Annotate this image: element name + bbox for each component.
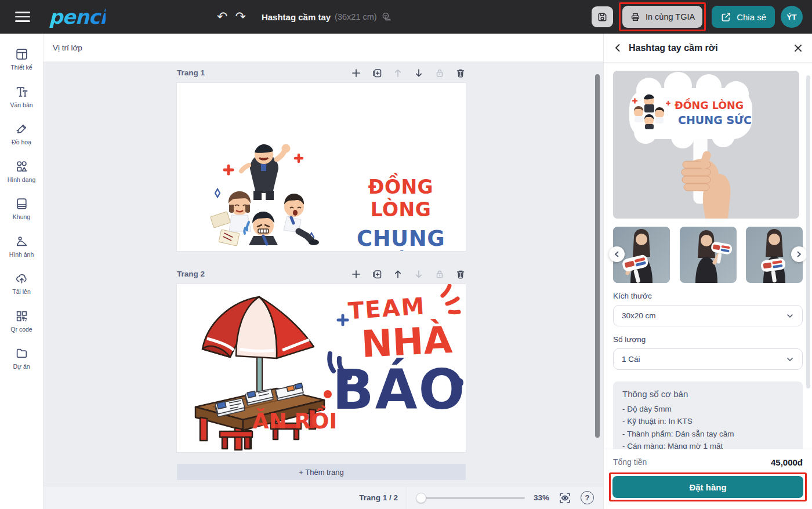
penci-logo: penci <box>49 5 106 28</box>
annotation-box-print: In cùng TGIA <box>619 2 706 31</box>
page-block-1: Trang 1 <box>177 65 466 251</box>
page-block-2: Trang 2 <box>177 266 466 452</box>
page-1-toolbar <box>351 68 466 78</box>
slogan-accents <box>322 284 466 452</box>
quantity-select[interactable]: 1 Cái <box>613 348 803 370</box>
product-title: Hashtag tay cầm rời <box>629 43 718 53</box>
duplicate-page-icon[interactable] <box>372 68 382 78</box>
spec-line: - Độ dày 5mm <box>622 403 793 415</box>
spec-line: - Kỹ thuật in: In KTS <box>622 415 793 427</box>
undo-icon[interactable]: ↶ <box>217 10 227 23</box>
teamwork-illustration <box>207 140 343 247</box>
menu-icon[interactable] <box>15 12 30 22</box>
zoom-slider-track[interactable] <box>416 497 525 499</box>
zoom-slider[interactable] <box>416 493 525 503</box>
penci-editor-app: penci ↶ ↷ Hashtag cầm tay (36x21 cm) In … <box>0 0 812 509</box>
save-button[interactable] <box>592 6 613 27</box>
delete-page-icon[interactable] <box>455 68 466 78</box>
move-page-up-icon[interactable] <box>393 269 403 279</box>
topbar-center: ↶ ↷ Hashtag cầm tay (36x21 cm) <box>217 10 392 23</box>
move-page-up-icon[interactable] <box>393 68 403 78</box>
design-page-2[interactable]: TEAM NHÀ BÁO ĂN RỒI <box>177 284 466 452</box>
design-page-1[interactable]: ĐỒNG LÒNG CHUNG SỨC <box>177 83 466 251</box>
quantity-label: Số lượng <box>613 335 803 344</box>
hand-sign-preview-image: ĐỒNG LÒNG CHUNG SỨC <box>613 71 799 219</box>
sidebar-item-uploads[interactable]: Tải lên <box>0 265 43 303</box>
quantity-select-value: 1 Cái <box>622 355 640 363</box>
total-label: Tổng tiền <box>613 457 647 467</box>
product-panel-header: Hashtag tay cầm rời <box>604 34 812 63</box>
qr-code-icon <box>15 310 28 323</box>
close-icon[interactable] <box>793 43 803 53</box>
sidebar-item-projects[interactable]: Dự án <box>0 340 43 377</box>
back-chevron-icon[interactable] <box>613 43 623 53</box>
topbar: penci ↶ ↷ Hashtag cầm tay (36x21 cm) In … <box>0 0 812 34</box>
page-indicator: Trang 1 / 2 <box>359 493 398 502</box>
order-button[interactable]: Đặt hàng <box>612 476 803 498</box>
canvas-scrollbar[interactable] <box>595 74 600 438</box>
panel-scrollbar[interactable] <box>806 75 810 388</box>
statusbar: Trang 1 / 2 33% ? <box>44 486 603 509</box>
help-icon[interactable]: ? <box>581 491 594 504</box>
redo-icon[interactable]: ↷ <box>235 10 245 23</box>
lock-page-icon[interactable] <box>434 68 445 78</box>
move-page-down-icon[interactable] <box>414 68 424 78</box>
statusbar-divider <box>407 486 407 509</box>
upload-cloud-icon <box>15 272 28 285</box>
product-panel-body: ĐỒNG LÒNG CHUNG SỨC <box>604 63 812 459</box>
document-size: (36x21 cm) <box>335 12 377 21</box>
document-title: Hashtag cầm tay <box>262 12 331 22</box>
share-button[interactable]: Chia sẻ <box>712 6 775 28</box>
canvas-area: Trang 1 <box>44 62 603 486</box>
lock-page-icon[interactable] <box>434 269 445 279</box>
page-2-label: Trang 2 <box>177 270 205 278</box>
size-select[interactable]: 30x20 cm <box>613 305 803 326</box>
move-page-down-icon[interactable] <box>414 269 424 279</box>
page-1-label: Trang 1 <box>177 68 205 77</box>
delete-page-icon[interactable] <box>455 269 466 279</box>
product-photo-thumbnail-2[interactable] <box>680 227 737 283</box>
annotation-box-order: Đặt hàng <box>609 472 807 501</box>
ruler-icon[interactable] <box>381 12 392 23</box>
sidebar-item-design[interactable]: Thiết kế <box>0 41 43 78</box>
chevron-down-icon <box>786 312 794 320</box>
page-1-slogan: ĐỒNG LÒNG CHUNG SỨC <box>340 176 462 251</box>
slogan-line-2: CHUNG SỨC <box>340 226 462 251</box>
add-page-button[interactable]: + Thêm trang <box>177 464 466 480</box>
zoom-slider-handle[interactable] <box>416 493 426 503</box>
sidebar-item-text[interactable]: Văn bản <box>0 78 43 116</box>
sidebar-item-graphics[interactable]: Đồ hoạ <box>0 115 43 153</box>
product-panel: Hashtag tay cầm rời <box>603 34 812 509</box>
page-2-toolbar <box>351 269 466 279</box>
preview-slogan-line-2: CHUNG SỨC <box>678 113 752 126</box>
preview-eye-icon[interactable] <box>558 491 572 505</box>
add-page-icon[interactable] <box>351 68 361 78</box>
shapes-icon <box>15 160 28 173</box>
specs-box: Thông số cơ bản - Độ dày 5mm - Kỹ thuật … <box>613 381 803 459</box>
layers-header: Vị trí lớp <box>44 34 603 62</box>
sidebar-item-images[interactable]: Hình ảnh <box>0 228 43 266</box>
spec-line: - Thành phẩm: Dán sẵn tay cầm <box>622 428 793 440</box>
sidebar-item-qrcode[interactable]: Qr code <box>0 303 43 340</box>
floppy-icon <box>597 12 608 23</box>
workspace: Vị trí lớp Trang 1 <box>44 34 603 509</box>
add-page-icon[interactable] <box>351 269 361 279</box>
pen-icon <box>15 122 28 136</box>
topbar-actions: In cùng TGIA Chia sẻ ÝT <box>592 2 803 31</box>
thumbnail-carousel <box>613 227 803 283</box>
zoom-level: 33% <box>534 493 549 502</box>
image-icon <box>15 235 28 248</box>
size-select-value: 30x20 cm <box>622 311 656 320</box>
sidebar-item-frames[interactable]: Khung <box>0 190 43 228</box>
product-preview[interactable]: ĐỒNG LÒNG CHUNG SỨC <box>613 71 799 219</box>
avatar[interactable]: ÝT <box>781 6 803 28</box>
carousel-next-button[interactable] <box>791 246 807 262</box>
carousel-prev-button[interactable] <box>609 246 625 262</box>
chevron-down-icon <box>786 355 794 363</box>
print-with-tgia-button[interactable]: In cùng TGIA <box>622 6 702 28</box>
size-label: Kích thước <box>613 292 803 300</box>
design-grid-icon <box>15 48 28 61</box>
total-value: 45,000đ <box>771 457 803 467</box>
duplicate-page-icon[interactable] <box>372 269 382 279</box>
sidebar-item-shapes[interactable]: Hình dạng <box>0 153 43 191</box>
